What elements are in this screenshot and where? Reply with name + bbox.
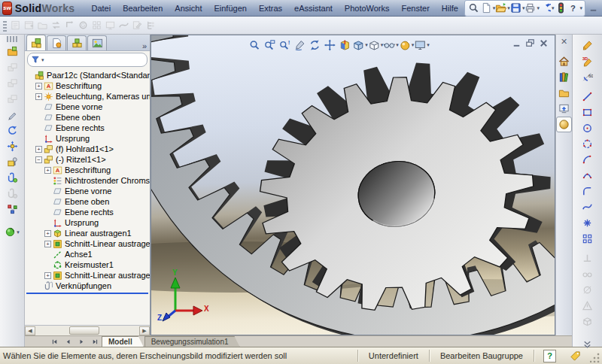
first-tab-button[interactable] <box>47 337 61 347</box>
tags-icon[interactable] <box>570 350 581 362</box>
edit-component-pen[interactable] <box>4 107 20 123</box>
sketch[interactable] <box>579 38 596 53</box>
tree-item-beschriftung[interactable]: +ABeschriftung <box>25 165 150 175</box>
rectangle[interactable] <box>579 105 596 120</box>
help[interactable]: ?▾ <box>567 2 582 15</box>
file-explorer-tab[interactable] <box>557 86 571 100</box>
tree-item-ebene-vorne[interactable]: Ebene vorne <box>25 186 150 196</box>
edit-appearance[interactable]: ▾ <box>399 38 415 52</box>
toolbar-drag-handle[interactable] <box>7 36 17 42</box>
scroll-left-button[interactable]: ◀ <box>25 326 35 335</box>
tree-filter-input[interactable]: ▾ <box>27 53 147 67</box>
expand-icon[interactable]: + <box>44 167 51 174</box>
zoom-to-area[interactable] <box>262 38 277 52</box>
tree-item-kreismuster1[interactable]: Kreismuster1 <box>25 259 150 270</box>
zoom-to-fit[interactable]: ! <box>277 38 292 52</box>
rollback-bar[interactable] <box>26 293 148 294</box>
tree-item-beleuchtung-kameras-und-büh[interactable]: +Beleuchtung, Kameras und Büh <box>25 91 150 102</box>
rotate-view-stylus[interactable] <box>292 38 307 52</box>
tree-item-ritzel1-1[interactable]: −(-) Ritzel1<1> <box>25 154 150 165</box>
menu-einf-gen[interactable]: Einfügen <box>208 2 252 14</box>
collapse-icon[interactable]: − <box>35 156 42 163</box>
tree-item-ebene-rechts[interactable]: Ebene rechts <box>25 207 150 217</box>
task-pane-close-icon[interactable]: ✕ <box>561 37 567 47</box>
scrollbar-thumb[interactable] <box>69 326 99 335</box>
resize-grip[interactable] <box>590 352 600 362</box>
design-library-tab[interactable] <box>557 70 571 84</box>
appearances-tab[interactable] <box>557 117 571 132</box>
new-motion-study[interactable]: ▾ <box>4 224 20 240</box>
tree-item-ebene-rechts[interactable]: Ebene rechts <box>25 123 150 133</box>
search[interactable] <box>467 2 481 15</box>
point[interactable] <box>579 215 596 231</box>
3d-sketch[interactable]: 3D <box>579 53 596 69</box>
menu-photoworks[interactable]: PhotoWorks <box>339 2 396 14</box>
linear-sketch-pattern[interactable] <box>579 231 596 247</box>
menu-eassistant[interactable]: eAssistant <box>288 2 339 14</box>
tree-item-linear-austragen1[interactable]: +Linear austragen1 <box>25 228 150 238</box>
tree-item-ebene-oben[interactable]: Ebene oben <box>25 196 150 207</box>
menu-ansicht[interactable]: Ansicht <box>169 2 208 14</box>
toolbar-drag-handle[interactable] <box>3 20 7 32</box>
doc-minimize[interactable] <box>509 38 523 49</box>
rotate-view[interactable] <box>307 38 322 52</box>
apply-scene[interactable]: ▾ <box>414 38 430 52</box>
expand-icon[interactable]: + <box>35 146 42 153</box>
zoom-in-out[interactable] <box>247 38 262 52</box>
menu-extras[interactable]: Extras <box>253 2 288 14</box>
menu-bearbeiten[interactable]: Bearbeiten <box>117 2 169 14</box>
doc-close[interactable] <box>537 38 550 49</box>
tree-item-verknüpfungen[interactable]: Verknüpfungen <box>25 281 150 291</box>
exploded-view[interactable] <box>4 202 20 217</box>
menu-datei[interactable]: Datei <box>85 2 117 14</box>
pan[interactable] <box>322 38 337 52</box>
solidworks-resources-tab[interactable] <box>557 54 571 68</box>
tree-item-schnitt-linear-austragen2[interactable]: +Schnitt-Linear austragen2 <box>25 270 150 281</box>
tangent-arc[interactable] <box>579 152 596 168</box>
section-view[interactable] <box>337 38 352 52</box>
expand-icon[interactable]: + <box>35 93 42 100</box>
smart-dimension[interactable]: 60 <box>579 69 596 85</box>
dropdown-arrow[interactable]: ▾ <box>17 229 20 235</box>
expand-icon[interactable]: + <box>35 83 42 89</box>
configurationmanager-tab[interactable] <box>67 35 87 50</box>
displaymanager-tab[interactable] <box>87 35 107 50</box>
move-component[interactable] <box>4 138 20 154</box>
tree-item-nichtrostender-chromstahl[interactable]: Nichtrostender Chromstahl <box>25 175 150 186</box>
quick-tips-help-button[interactable]: ? <box>543 350 556 362</box>
propertymanager-tab[interactable] <box>47 35 66 50</box>
featuremanager-tab[interactable] <box>26 35 46 50</box>
menu-hilfe[interactable]: Hilfe <box>436 2 464 14</box>
circular-sketch-pattern[interactable] <box>579 136 596 152</box>
tree-item-schnitt-linear-austragen1[interactable]: +Schnitt-Linear austragen1 <box>25 238 150 249</box>
open-document[interactable]: ▾ <box>495 2 510 15</box>
view-orientation[interactable]: ▾ <box>352 38 368 52</box>
view-palette-tab[interactable] <box>557 102 571 116</box>
more-tools[interactable] <box>579 336 596 352</box>
tree-item-achse1[interactable]: Achse1 <box>25 249 150 259</box>
last-tab-button[interactable] <box>88 337 102 347</box>
smart-fasteners[interactable] <box>4 154 20 170</box>
line[interactable] <box>579 89 596 105</box>
doc-tab-modell[interactable]: Modell <box>102 336 144 347</box>
spline[interactable] <box>579 199 596 215</box>
undo[interactable]: ▾ <box>540 2 555 15</box>
expand-icon[interactable]: + <box>44 241 51 247</box>
hide-show-items[interactable]: ▾ <box>383 38 399 52</box>
save[interactable]: ▾ <box>510 2 525 15</box>
expand-icon[interactable]: + <box>44 230 51 237</box>
tree-horizontal-scrollbar[interactable]: ◀ ▶ <box>25 325 150 335</box>
tree-item-ebene-vorne[interactable]: Ebene vorne <box>25 102 150 112</box>
scroll-right-button[interactable]: ▶ <box>139 326 150 335</box>
dropdown-arrow[interactable]: ▾ <box>579 5 582 11</box>
display-style[interactable]: ▾ <box>368 38 384 52</box>
mate[interactable] <box>4 170 20 186</box>
tree-item-beschriftung[interactable]: +ABeschriftung <box>25 80 150 91</box>
circle[interactable] <box>579 120 596 136</box>
tree-item-ebene-oben[interactable]: Ebene oben <box>25 112 150 123</box>
new-document[interactable]: ▾ <box>481 2 496 15</box>
expand-icon[interactable]: + <box>44 272 51 279</box>
dropdown-arrow[interactable]: ▾ <box>427 42 430 48</box>
minimize-window[interactable] <box>587 2 600 15</box>
filter-dropdown-arrow[interactable]: ▾ <box>41 57 44 63</box>
